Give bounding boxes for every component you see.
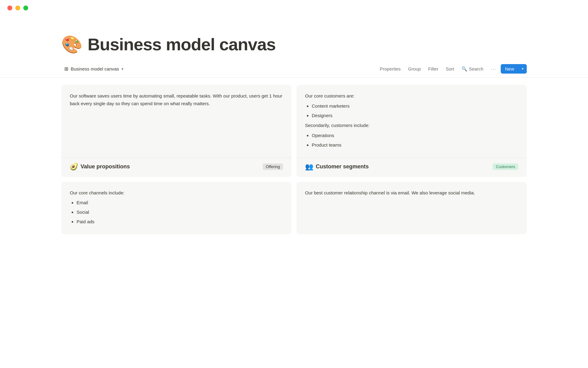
card-body-channels: Our core channels include: Email Social …	[61, 182, 292, 234]
card-text-value-propositions: Our software saves users time by automat…	[70, 92, 283, 108]
card-title-label-customer-segments: Customer segments	[316, 163, 369, 170]
toolbar: ⊞ Business model canvas ▾ Properties Gro…	[0, 60, 588, 78]
page-title: Business model canvas	[88, 34, 276, 54]
card-title-label-value-propositions: Value propositions	[81, 163, 130, 170]
filter-button[interactable]: Filter	[425, 64, 441, 73]
card-body-value-propositions: Our software saves users time by automat…	[61, 85, 292, 158]
card-customer-segments: Our core customers are: Content marketer…	[296, 85, 527, 177]
card-footer-value-propositions: 🥑 Value propositions Offering	[61, 158, 292, 177]
new-button-chevron-icon: ▾	[519, 65, 527, 73]
card-tag-customer-segments[interactable]: Customers	[493, 163, 518, 170]
new-button-label: New	[501, 64, 518, 74]
card-customer-relationships: Our best customer relationship channel i…	[296, 182, 527, 234]
card-value-propositions: Our software saves users time by automat…	[61, 85, 292, 177]
card-title-value-propositions: 🥑 Value propositions	[70, 163, 260, 171]
close-button[interactable]	[7, 6, 12, 10]
search-icon: 🔍	[462, 66, 467, 72]
cards-grid: Our software saves users time by automat…	[0, 85, 588, 234]
properties-button[interactable]: Properties	[377, 64, 404, 73]
list-item: Operations	[312, 132, 518, 140]
card-tag-value-propositions[interactable]: Offering	[263, 163, 283, 170]
card-emoji-customer-segments: 👥	[305, 163, 313, 171]
card-emoji-value-propositions: 🥑	[70, 163, 78, 171]
page-header: 🎨 Business model canvas	[0, 16, 588, 60]
view-label: Business model canvas	[71, 66, 119, 71]
titlebar	[0, 0, 588, 16]
list-item: Designers	[312, 112, 518, 120]
card-text-customer-relationships: Our best customer relationship channel i…	[305, 189, 518, 197]
search-label: Search	[469, 66, 484, 71]
card-secondary-text-customer-segments: Secondarily, customers include:	[305, 122, 518, 129]
maximize-button[interactable]	[23, 6, 28, 10]
page-emoji: 🎨	[61, 36, 83, 53]
sort-label: Sort	[446, 66, 454, 71]
filter-label: Filter	[428, 66, 438, 71]
grid-icon: ⊞	[64, 66, 68, 72]
list-item: Social	[77, 209, 283, 216]
card-body-customer-segments: Our core customers are: Content marketer…	[296, 85, 527, 158]
list-item: Paid ads	[77, 218, 283, 226]
card-secondary-list-customer-segments: Operations Product teams	[305, 132, 518, 149]
card-list-channels: Email Social Paid ads	[70, 199, 283, 225]
list-item: Email	[77, 199, 283, 207]
card-footer-customer-segments: 👥 Customer segments Customers	[296, 158, 527, 177]
group-button[interactable]: Group	[405, 64, 424, 73]
more-options-icon: ···	[491, 66, 496, 71]
search-button[interactable]: 🔍 Search	[458, 64, 487, 74]
card-title-customer-segments: 👥 Customer segments	[305, 163, 490, 171]
group-label: Group	[408, 66, 421, 71]
more-options-button[interactable]: ···	[488, 64, 499, 73]
list-item: Content marketers	[312, 102, 518, 110]
card-text-channels: Our core channels include:	[70, 189, 283, 197]
card-channels: Our core channels include: Email Social …	[61, 182, 292, 234]
card-primary-list-customer-segments: Content marketers Designers	[305, 102, 518, 120]
new-button[interactable]: New ▾	[501, 64, 527, 74]
list-item: Product teams	[312, 141, 518, 149]
sort-button[interactable]: Sort	[443, 64, 457, 73]
minimize-button[interactable]	[15, 6, 20, 10]
view-selector-button[interactable]: ⊞ Business model canvas ▾	[61, 64, 126, 74]
card-text-customer-segments: Our core customers are:	[305, 92, 518, 100]
card-body-customer-relationships: Our best customer relationship channel i…	[296, 182, 527, 234]
view-chevron-icon: ▾	[122, 67, 123, 71]
properties-label: Properties	[380, 66, 401, 71]
